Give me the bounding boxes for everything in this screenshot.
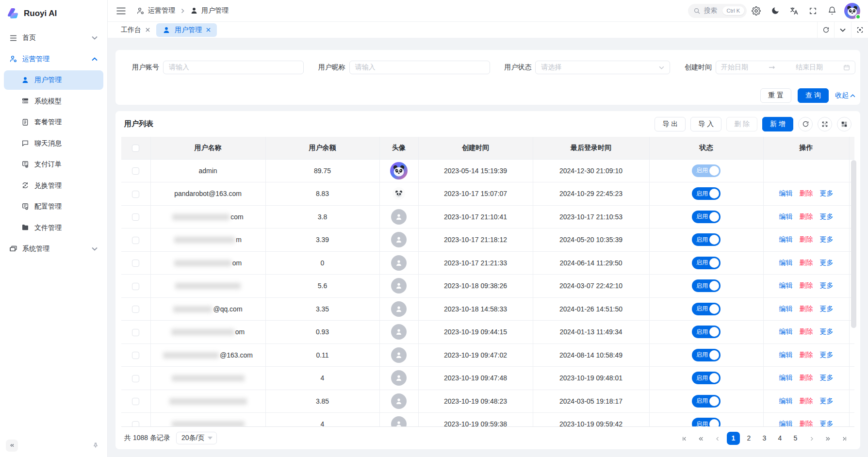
close-icon[interactable] — [146, 28, 150, 32]
table-scroll-area[interactable]: 用户名称用户余额头像创建时间最后登录时间状态操作 admin89.752023-… — [121, 137, 854, 427]
more-link[interactable]: 更多 — [820, 259, 834, 266]
status-toggle[interactable]: 启用 — [692, 326, 721, 338]
row-checkbox[interactable] — [132, 260, 139, 267]
status-toggle[interactable]: 启用 — [692, 187, 721, 200]
tab-refresh-button[interactable] — [817, 22, 834, 38]
date-range-input[interactable]: 开始日期 结束日期 — [716, 61, 855, 74]
search-button[interactable]: 查 询 — [798, 88, 829, 103]
add-button[interactable]: 新 增 — [762, 117, 793, 131]
breadcrumb-item-operations[interactable]: 运营管理 — [148, 6, 175, 15]
tab-workbench[interactable]: 工作台 — [115, 23, 156, 37]
breadcrumb-item-user-mgmt[interactable]: 用户管理 — [201, 6, 229, 15]
row-checkbox[interactable] — [132, 421, 139, 427]
delete-link[interactable]: 删除 — [800, 397, 813, 405]
page-last-button[interactable] — [837, 432, 852, 445]
close-icon[interactable] — [206, 28, 211, 32]
delete-link[interactable]: 删除 — [800, 374, 813, 381]
edit-link[interactable]: 编辑 — [779, 374, 793, 381]
edit-link[interactable]: 编辑 — [779, 235, 793, 243]
reset-button[interactable]: 重 置 — [760, 88, 791, 103]
page-prev-button[interactable] — [710, 432, 724, 445]
edit-link[interactable]: 编辑 — [779, 327, 793, 335]
edit-link[interactable]: 编辑 — [779, 397, 793, 405]
delete-button[interactable]: 删 除 — [726, 117, 757, 131]
sidebar-item-config-mgmt[interactable]: 配置管理 — [4, 197, 103, 216]
language-button[interactable] — [785, 1, 803, 20]
edit-link[interactable]: 编辑 — [779, 351, 793, 359]
row-checkbox[interactable] — [132, 213, 139, 221]
more-link[interactable]: 更多 — [820, 420, 834, 427]
status-toggle[interactable]: 启用 — [692, 303, 721, 315]
status-toggle[interactable]: 启用 — [692, 395, 721, 408]
more-link[interactable]: 更多 — [820, 235, 834, 243]
more-link[interactable]: 更多 — [820, 351, 834, 359]
sidebar-pin-button[interactable] — [89, 440, 101, 452]
tab-user-mgmt[interactable]: 用户管理 — [156, 23, 217, 37]
sidebar-item-sys-model[interactable]: 系统模型 — [4, 92, 103, 111]
delete-link[interactable]: 删除 — [800, 327, 813, 335]
status-toggle[interactable]: 启用 — [692, 164, 721, 177]
delete-link[interactable]: 删除 — [800, 281, 813, 289]
more-link[interactable]: 更多 — [820, 374, 834, 381]
row-checkbox[interactable] — [132, 306, 139, 313]
delete-link[interactable]: 删除 — [800, 351, 813, 359]
edit-link[interactable]: 编辑 — [779, 420, 793, 427]
tab-menu-button[interactable] — [834, 22, 851, 38]
status-toggle[interactable]: 启用 — [692, 257, 721, 269]
delete-link[interactable]: 删除 — [800, 420, 813, 427]
sidebar-item-plan-mgmt[interactable]: 套餐管理 — [4, 113, 103, 132]
notifications-button[interactable] — [822, 1, 841, 20]
sidebar-item-sys-mgmt[interactable]: 系统管理 — [4, 239, 103, 259]
row-checkbox[interactable] — [132, 283, 139, 290]
row-checkbox[interactable] — [132, 375, 139, 382]
delete-link[interactable]: 删除 — [800, 305, 813, 312]
edit-link[interactable]: 编辑 — [779, 259, 793, 266]
page-first-button[interactable] — [677, 432, 691, 445]
delete-link[interactable]: 删除 — [800, 189, 813, 197]
import-button[interactable]: 导 入 — [690, 117, 721, 131]
sidebar-item-user-mgmt[interactable]: 用户管理 — [4, 70, 103, 90]
brand[interactable]: Ruoyi AI — [0, 0, 107, 27]
content-fullscreen-button[interactable] — [851, 22, 868, 38]
row-checkbox[interactable] — [132, 191, 139, 198]
page-number-2[interactable]: 2 — [742, 432, 755, 445]
more-link[interactable]: 更多 — [820, 305, 834, 312]
global-search[interactable]: 搜索 Ctrl K — [688, 4, 747, 18]
sidebar-item-chat-msg[interactable]: 聊天消息 — [4, 134, 103, 153]
edit-link[interactable]: 编辑 — [779, 305, 793, 312]
delete-link[interactable]: 删除 — [800, 235, 813, 243]
user-avatar[interactable] — [844, 3, 860, 19]
page-size-select[interactable]: 20条/页 — [176, 432, 217, 444]
table-fullscreen-button[interactable] — [818, 117, 832, 131]
sidebar-collapse-button[interactable] — [6, 440, 18, 452]
edit-link[interactable]: 编辑 — [779, 281, 793, 289]
more-link[interactable]: 更多 — [820, 327, 834, 335]
dark-mode-button[interactable] — [766, 1, 785, 20]
select-all-checkbox[interactable] — [132, 145, 139, 152]
nickname-input[interactable]: 请输入 — [349, 61, 490, 74]
sidebar-item-redeem-mgmt[interactable]: 兑换管理 — [4, 176, 103, 196]
export-button[interactable]: 导 出 — [655, 117, 686, 131]
more-link[interactable]: 更多 — [820, 281, 834, 289]
sidebar-item-operations[interactable]: 运营管理 — [4, 49, 103, 69]
row-checkbox[interactable] — [132, 237, 139, 244]
page-fast-prev-button[interactable] — [694, 432, 708, 445]
status-toggle[interactable]: 启用 — [692, 418, 721, 427]
fullscreen-button[interactable] — [803, 1, 822, 20]
row-checkbox[interactable] — [132, 352, 139, 359]
status-toggle[interactable]: 启用 — [692, 279, 721, 292]
hamburger-menu-icon[interactable] — [116, 7, 126, 15]
row-checkbox[interactable] — [132, 398, 139, 405]
table-refresh-button[interactable] — [798, 117, 813, 131]
status-toggle[interactable]: 启用 — [692, 349, 721, 361]
page-fast-next-button[interactable] — [821, 432, 835, 445]
settings-button[interactable] — [747, 1, 766, 20]
row-checkbox[interactable] — [132, 167, 139, 175]
edit-link[interactable]: 编辑 — [779, 212, 793, 220]
status-toggle[interactable]: 启用 — [692, 372, 721, 384]
page-next-button[interactable] — [804, 432, 819, 445]
sidebar-item-file-mgmt[interactable]: 文件管理 — [4, 218, 103, 238]
collapse-filters-link[interactable]: 收起 — [835, 91, 855, 100]
more-link[interactable]: 更多 — [820, 189, 834, 197]
account-input[interactable]: 请输入 — [163, 61, 304, 74]
